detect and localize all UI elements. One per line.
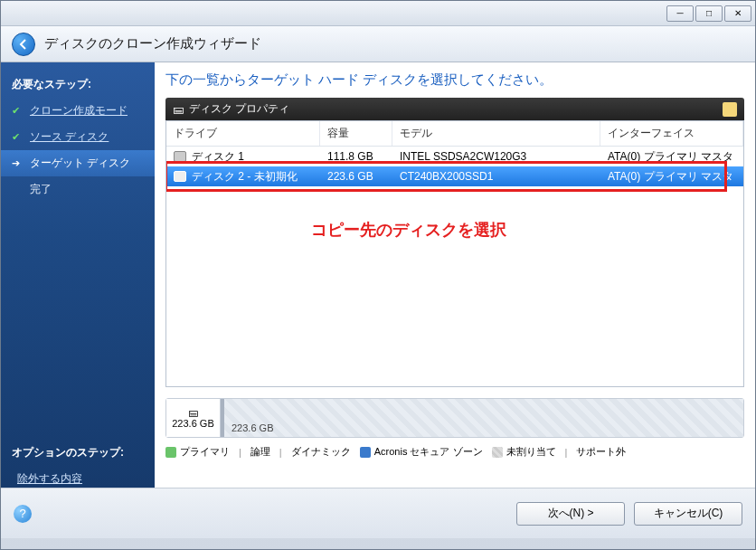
disk-properties-header: 🖴 ディスク プロパティ bbox=[165, 98, 744, 120]
maximize-button[interactable]: □ bbox=[695, 5, 723, 22]
disk-icon: 🖴 bbox=[188, 407, 198, 418]
minimize-button[interactable]: ─ bbox=[666, 5, 694, 22]
disk-map: 🖴 223.6 GB 223.6 GB bbox=[165, 398, 744, 438]
cell-model: CT240BX200SSD1 bbox=[392, 167, 600, 185]
sidebar: 必要なステップ: ✔ クローン作成モード ✔ ソース ディスク ➔ ターゲット … bbox=[1, 62, 155, 488]
partition-size-label: 223.6 GB bbox=[232, 422, 273, 433]
cell-model: INTEL SSDSA2CW120G3 bbox=[392, 147, 600, 166]
next-button[interactable]: 次へ(N) > bbox=[516, 502, 625, 526]
table-header: ドライブ 容量 モデル インターフェイス bbox=[166, 121, 743, 147]
cell-interface: ATA(0) プライマリ マスタ bbox=[600, 166, 743, 187]
step-label: 完了 bbox=[30, 182, 52, 197]
titlebar: ─ □ ✕ bbox=[1, 1, 755, 26]
options-icon[interactable] bbox=[723, 102, 737, 117]
step-label: ソース ディスク bbox=[30, 129, 109, 145]
disk-map-bar[interactable]: 223.6 GB bbox=[221, 399, 743, 437]
step-target-disk[interactable]: ➔ ターゲット ディスク bbox=[1, 150, 155, 176]
disk-size-label: 223.6 GB bbox=[172, 418, 213, 429]
disk-icon: 🖴 bbox=[173, 103, 184, 116]
disk-icon bbox=[174, 171, 186, 182]
close-button[interactable]: ✕ bbox=[724, 5, 751, 22]
table-body: ディスク 1 111.8 GB INTEL SSDSA2CW120G3 ATA(… bbox=[166, 147, 743, 386]
col-interface[interactable]: インターフェイス bbox=[600, 121, 743, 146]
legend-unsupported: サポート外 bbox=[576, 445, 626, 459]
footer: ? 次へ(N) > キャンセル(C) bbox=[1, 488, 755, 538]
legend: プライマリ | 論理 | ダイナミック Acronis セキュア ゾーン 未割り… bbox=[165, 445, 744, 459]
legend-unallocated: 未割り当て bbox=[492, 445, 556, 459]
col-capacity[interactable]: 容量 bbox=[320, 121, 392, 146]
check-icon: ✔ bbox=[12, 105, 24, 117]
optional-steps-title: オプションのステップ: bbox=[1, 438, 155, 468]
check-icon: ✔ bbox=[12, 131, 24, 143]
table-row[interactable]: ディスク 1 111.8 GB INTEL SSDSA2CW120G3 ATA(… bbox=[166, 147, 743, 166]
legend-acronis: Acronis セキュア ゾーン bbox=[360, 445, 483, 459]
step-label: クローン作成モード bbox=[30, 103, 128, 119]
instruction-text: 下の一覧からターゲット ハード ディスクを選択してください。 bbox=[165, 71, 744, 89]
optional-step-exclude[interactable]: 除外する内容 bbox=[1, 468, 155, 490]
annotation-text: コピー先のディスクを選択 bbox=[311, 219, 506, 241]
col-model[interactable]: モデル bbox=[392, 121, 600, 146]
required-steps-title: 必要なステップ: bbox=[1, 71, 155, 98]
cell-drive: ディスク 2 - 未初期化 bbox=[192, 169, 298, 185]
cell-capacity: 111.8 GB bbox=[320, 147, 392, 166]
window: ─ □ ✕ ディスクのクローン作成ウィザード 必要なステップ: ✔ クローン作成… bbox=[0, 0, 756, 550]
disk-icon bbox=[174, 151, 186, 162]
legend-swatch-icon bbox=[492, 447, 503, 458]
col-drive[interactable]: ドライブ bbox=[166, 121, 320, 146]
arrow-right-icon: ➔ bbox=[12, 157, 24, 169]
table-row[interactable]: ディスク 2 - 未初期化 223.6 GB CT240BX200SSD1 AT… bbox=[166, 166, 743, 186]
legend-swatch-icon bbox=[360, 447, 371, 458]
step-clone-mode[interactable]: ✔ クローン作成モード bbox=[1, 98, 155, 124]
back-button[interactable] bbox=[12, 33, 35, 56]
cell-interface: ATA(0) プライマリ マスタ bbox=[600, 147, 743, 167]
legend-logical: 論理 bbox=[250, 445, 270, 459]
disk-map-label: 🖴 223.6 GB bbox=[166, 399, 221, 437]
legend-primary: プライマリ bbox=[165, 445, 230, 459]
cancel-button[interactable]: キャンセル(C) bbox=[634, 502, 742, 526]
step-finish[interactable]: 完了 bbox=[1, 176, 155, 203]
cell-drive: ディスク 1 bbox=[192, 149, 244, 165]
arrow-left-icon bbox=[17, 38, 30, 51]
cell-capacity: 223.6 GB bbox=[320, 167, 392, 185]
main-panel: 下の一覧からターゲット ハード ディスクを選択してください。 🖴 ディスク プロ… bbox=[155, 62, 755, 488]
legend-swatch-icon bbox=[165, 447, 176, 458]
legend-dynamic: ダイナミック bbox=[291, 445, 351, 459]
help-button[interactable]: ? bbox=[14, 505, 32, 523]
step-label: ターゲット ディスク bbox=[30, 156, 130, 171]
disk-table: ドライブ 容量 モデル インターフェイス ディスク 1 111.8 GB INT… bbox=[165, 120, 744, 387]
panel-title: ディスク プロパティ bbox=[189, 101, 289, 117]
header: ディスクのクローン作成ウィザード bbox=[1, 26, 755, 62]
step-source-disk[interactable]: ✔ ソース ディスク bbox=[1, 124, 155, 150]
window-title: ディスクのクローン作成ウィザード bbox=[44, 35, 261, 52]
